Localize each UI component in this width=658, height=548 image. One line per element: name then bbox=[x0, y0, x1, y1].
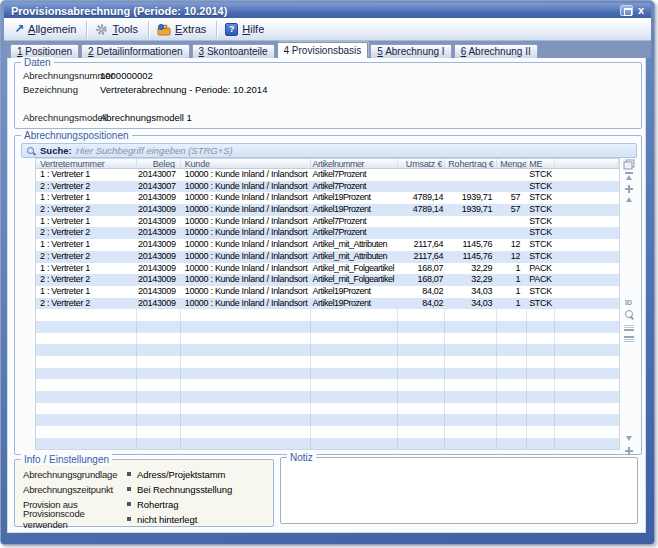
table-row[interactable]: 1 : Vertreter 12014300910000 : Kunde Inl… bbox=[36, 239, 619, 251]
table-row[interactable]: 1 : Vertreter 12014300910000 : Kunde Inl… bbox=[36, 286, 619, 298]
column-header-umsatz-[interactable]: Umsatz € bbox=[398, 159, 445, 168]
cell: 12 bbox=[497, 239, 527, 251]
cell bbox=[398, 344, 445, 356]
tab-skontoanteile[interactable]: 3 Skontoanteile bbox=[192, 44, 275, 58]
cell bbox=[181, 344, 311, 356]
close-button[interactable]: x bbox=[638, 5, 644, 16]
menu-item-hilfe[interactable]: ? Hilfe bbox=[219, 20, 272, 39]
cell bbox=[555, 169, 619, 181]
row-down-icon[interactable] bbox=[622, 436, 635, 441]
column-header-rohertrag-[interactable]: Rohertrag € bbox=[445, 159, 497, 168]
menu-item-tools[interactable]: Tools bbox=[89, 20, 146, 39]
tab-detailinformationen[interactable]: 2 Detailinformationen bbox=[81, 44, 190, 58]
column-header-me[interactable]: ME bbox=[527, 159, 555, 168]
cell bbox=[527, 391, 555, 403]
page-up-icon[interactable] bbox=[622, 185, 635, 193]
cell bbox=[398, 321, 445, 333]
column-header-kunde[interactable]: Kunde bbox=[181, 159, 311, 168]
search-bar[interactable]: Suche: bbox=[21, 143, 637, 158]
scroll-to-top-icon[interactable] bbox=[622, 172, 635, 180]
cell bbox=[445, 391, 497, 403]
row-up-icon[interactable] bbox=[622, 197, 635, 202]
tab-abrechnung-1[interactable]: 5 Abrechnung I bbox=[370, 44, 451, 58]
cell bbox=[497, 391, 527, 403]
cell bbox=[398, 426, 445, 438]
menu-label: Hilfe bbox=[242, 23, 264, 35]
app-window: Provisionsabrechnung (Periode: 10.2014) … bbox=[0, 0, 655, 545]
title-bar[interactable]: Provisionsabrechnung (Periode: 10.2014) … bbox=[4, 3, 651, 18]
empty-row bbox=[36, 368, 619, 380]
notiz-field[interactable] bbox=[283, 462, 635, 521]
menu-item-extras[interactable]: Extras bbox=[151, 20, 214, 39]
bullet-icon bbox=[127, 487, 131, 491]
arrow-up-right-icon: ↗ bbox=[14, 23, 24, 35]
titlebar-buttons: x bbox=[620, 5, 651, 16]
cell bbox=[445, 379, 497, 391]
tab-provisionsbasis[interactable]: 4 Provisionsbasis bbox=[277, 42, 369, 58]
grid-filter-icon[interactable] bbox=[622, 336, 635, 343]
cell bbox=[555, 414, 619, 426]
cell bbox=[497, 227, 527, 239]
table-row[interactable]: 2 : Vertreter 22014300710000 : Kunde Inl… bbox=[36, 181, 619, 193]
cell: PACK bbox=[527, 263, 555, 275]
cell bbox=[181, 391, 311, 403]
column-header-vertreternummer[interactable]: Vertreternummer bbox=[36, 159, 137, 168]
cell: 12 bbox=[497, 251, 527, 263]
table-row[interactable]: 2 : Vertreter 22014300910000 : Kunde Inl… bbox=[36, 227, 619, 239]
cell bbox=[36, 321, 137, 333]
cell bbox=[137, 333, 181, 345]
table-row[interactable]: 2 : Vertreter 22014300910000 : Kunde Inl… bbox=[36, 204, 619, 216]
cell bbox=[398, 414, 445, 426]
cell bbox=[181, 333, 311, 345]
table-row[interactable]: 2 : Vertreter 22014300910000 : Kunde Inl… bbox=[36, 274, 619, 286]
search-input[interactable] bbox=[76, 145, 636, 157]
cell: 2 : Vertreter 2 bbox=[36, 204, 137, 216]
cell: 20143007 bbox=[137, 169, 181, 181]
cell: 1145,76 bbox=[445, 251, 497, 263]
column-header-artikelnummer[interactable]: Artikelnummer bbox=[311, 159, 399, 168]
cell bbox=[311, 391, 399, 403]
tab-page: Daten Abrechnungsnummer 1000000002 Bezei… bbox=[7, 58, 646, 533]
cell bbox=[398, 356, 445, 368]
tab-positionen[interactable]: 1 Positionen bbox=[10, 44, 79, 58]
cell: Artikel7Prozent bbox=[311, 216, 399, 228]
cell bbox=[137, 368, 181, 380]
column-header-menge[interactable]: Menge bbox=[497, 159, 527, 168]
table-row[interactable]: 1 : Vertreter 12014300710000 : Kunde Inl… bbox=[36, 169, 619, 181]
menu-separator bbox=[148, 21, 149, 38]
cell bbox=[555, 356, 619, 368]
cell bbox=[36, 438, 137, 449]
restore-button[interactable] bbox=[620, 5, 633, 16]
cell bbox=[181, 414, 311, 426]
column-header-beleg[interactable]: Beleg bbox=[137, 159, 181, 168]
column-chooser-icon[interactable] bbox=[622, 159, 635, 170]
grid-search-icon[interactable] bbox=[622, 310, 635, 320]
cell bbox=[445, 169, 497, 181]
abrechnungspositionen-group: Abrechnungspositionen Suche: Vertreternu… bbox=[14, 135, 642, 455]
cell: Artikel19Prozent bbox=[311, 298, 399, 310]
search-label: Suche: bbox=[40, 145, 72, 156]
table-row[interactable]: 2 : Vertreter 22014300910000 : Kunde Inl… bbox=[36, 298, 619, 310]
table-row[interactable]: 1 : Vertreter 12014300910000 : Kunde Inl… bbox=[36, 216, 619, 228]
cell: 4789,14 bbox=[398, 192, 445, 204]
tab-abrechnung-2[interactable]: 6 Abrechnung II bbox=[454, 44, 538, 58]
cell bbox=[36, 391, 137, 403]
cell bbox=[311, 368, 399, 380]
cell: 2 : Vertreter 2 bbox=[36, 227, 137, 239]
cell bbox=[398, 403, 445, 415]
cell bbox=[445, 368, 497, 380]
cell: STCK bbox=[527, 251, 555, 263]
menu-item-allgemein[interactable]: ↗ Allgemein bbox=[8, 20, 84, 39]
screenshot: Provisionsabrechnung (Periode: 10.2014) … bbox=[0, 0, 658, 548]
cell: 10000 : Kunde Inland / Inlandsort bbox=[181, 298, 311, 310]
table-row[interactable]: 2 : Vertreter 22014300910000 : Kunde Inl… bbox=[36, 251, 619, 263]
cell bbox=[137, 426, 181, 438]
info-row: Abrechnungszeitpunkt Bei Rechnungsstellu… bbox=[23, 483, 269, 495]
cell: 4789,14 bbox=[398, 204, 445, 216]
table-row[interactable]: 1 : Vertreter 12014300910000 : Kunde Inl… bbox=[36, 263, 619, 275]
grid-sum-icon[interactable] bbox=[622, 324, 635, 331]
record-id-icon[interactable]: ID bbox=[622, 299, 635, 306]
cell: 10000 : Kunde Inland / Inlandsort bbox=[181, 239, 311, 251]
table-row[interactable]: 1 : Vertreter 12014300910000 : Kunde Inl… bbox=[36, 192, 619, 204]
page-down-icon[interactable] bbox=[622, 447, 635, 455]
